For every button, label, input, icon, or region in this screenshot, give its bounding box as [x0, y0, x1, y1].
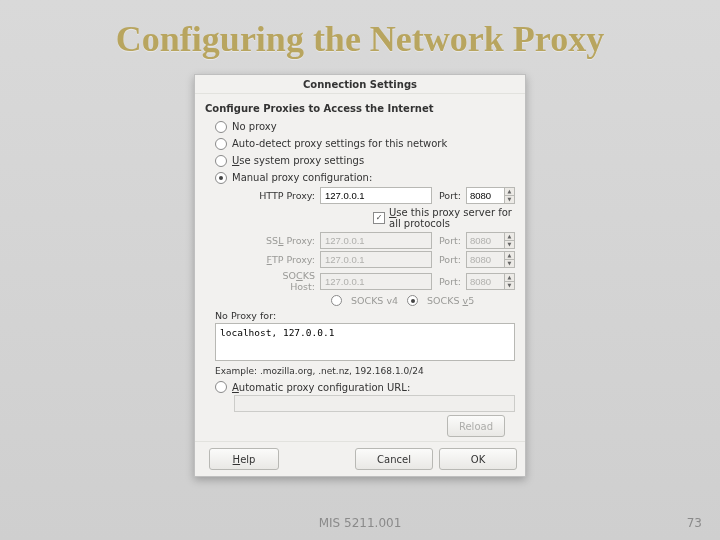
slide-title: Configuring the Network Proxy [0, 18, 720, 60]
radio-manual-proxy[interactable]: Manual proxy configuration: [215, 170, 515, 185]
radio-icon [215, 381, 227, 393]
socks-host-label: SOCKS Host: [257, 270, 315, 292]
http-proxy-label: HTTP Proxy: [257, 190, 315, 201]
radio-label: Use system proxy settings [232, 155, 364, 166]
course-code: MIS 5211.001 [0, 516, 720, 530]
spin-down-icon[interactable]: ▼ [504, 196, 515, 204]
radio-label: Automatic proxy configuration URL: [232, 382, 410, 393]
port-label: Port: [437, 254, 461, 265]
http-port-input[interactable] [466, 187, 504, 204]
spin-down-icon: ▼ [504, 282, 515, 290]
radio-no-proxy[interactable]: No proxy [215, 119, 515, 134]
ok-button[interactable]: OK [439, 448, 517, 470]
port-label: Port: [437, 235, 461, 246]
help-button[interactable]: Help [209, 448, 279, 470]
socks-version-row: SOCKS v4 SOCKS v5 [331, 295, 515, 306]
http-proxy-input[interactable] [320, 187, 432, 204]
section-heading: Configure Proxies to Access the Internet [205, 103, 515, 114]
checkbox-label: Use this proxy server for all protocols [389, 207, 515, 229]
http-port-spinner[interactable]: ▲▼ [466, 187, 515, 204]
ssl-port-spinner: ▲▼ [466, 232, 515, 249]
radio-auto-detect[interactable]: Auto-detect proxy settings for this netw… [215, 136, 515, 151]
radio-icon [215, 172, 227, 184]
connection-settings-dialog: Connection Settings Configure Proxies to… [194, 74, 526, 477]
ssl-proxy-label: SSL Proxy: [257, 235, 315, 246]
spin-down-icon: ▼ [504, 260, 515, 268]
spin-down-icon: ▼ [504, 241, 515, 249]
dialog-footer: Help Cancel OK [195, 441, 525, 476]
radio-system-proxy[interactable]: Use system proxy settings [215, 153, 515, 168]
radio-label: No proxy [232, 121, 277, 132]
use-for-all-checkbox[interactable]: Use this proxy server for all protocols [373, 207, 515, 229]
http-proxy-row: HTTP Proxy: Port: ▲▼ [257, 187, 515, 204]
radio-icon [215, 121, 227, 133]
ssl-proxy-row: SSL Proxy: Port: ▲▼ [257, 232, 515, 249]
ftp-port-spinner: ▲▼ [466, 251, 515, 268]
reload-button: Reload [447, 415, 505, 437]
ssl-proxy-input [320, 232, 432, 249]
socks-host-row: SOCKS Host: Port: ▲▼ [257, 270, 515, 292]
socks-v5-label: SOCKS v5 [427, 295, 474, 306]
spin-up-icon: ▲ [504, 273, 515, 282]
radio-icon [215, 138, 227, 150]
port-label: Port: [437, 276, 461, 287]
spin-up-icon: ▲ [504, 251, 515, 260]
radio-auto-config-url[interactable]: Automatic proxy configuration URL: [215, 381, 515, 393]
dialog-title: Connection Settings [195, 75, 525, 94]
socks-v4-label: SOCKS v4 [351, 295, 398, 306]
spin-up-icon[interactable]: ▲ [504, 187, 515, 196]
spin-up-icon: ▲ [504, 232, 515, 241]
ftp-proxy-input [320, 251, 432, 268]
ftp-proxy-row: FTP Proxy: Port: ▲▼ [257, 251, 515, 268]
port-label: Port: [437, 190, 461, 201]
ftp-port-input [466, 251, 504, 268]
radio-icon [331, 295, 342, 306]
no-proxy-textarea[interactable] [215, 323, 515, 361]
radio-icon [215, 155, 227, 167]
radio-label: Manual proxy configuration: [232, 172, 372, 183]
cancel-button[interactable]: Cancel [355, 448, 433, 470]
auto-config-url-input [234, 395, 515, 412]
radio-icon [407, 295, 418, 306]
socks-port-input [466, 273, 504, 290]
socks-port-spinner: ▲▼ [466, 273, 515, 290]
no-proxy-label: No Proxy for: [215, 310, 515, 321]
ftp-proxy-label: FTP Proxy: [257, 254, 315, 265]
socks-host-input [320, 273, 432, 290]
radio-label: Auto-detect proxy settings for this netw… [232, 138, 447, 149]
checkbox-icon [373, 212, 385, 224]
example-text: Example: .mozilla.org, .net.nz, 192.168.… [215, 366, 515, 376]
ssl-port-input [466, 232, 504, 249]
page-number: 73 [687, 516, 702, 530]
